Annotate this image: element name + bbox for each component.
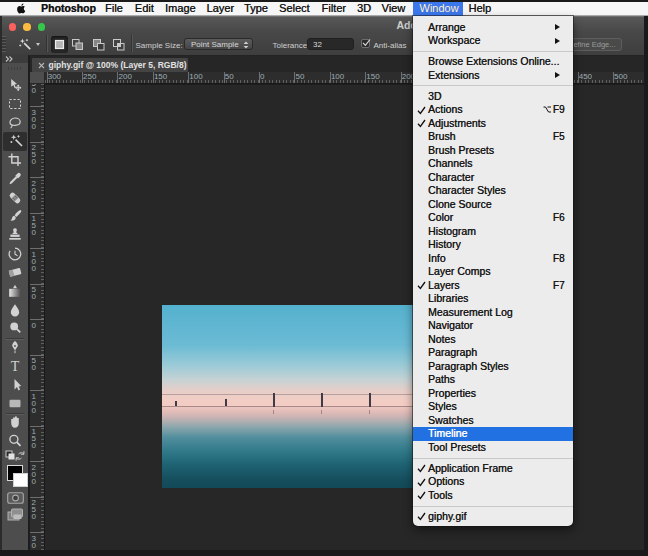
- svg-text:T: T: [11, 359, 20, 374]
